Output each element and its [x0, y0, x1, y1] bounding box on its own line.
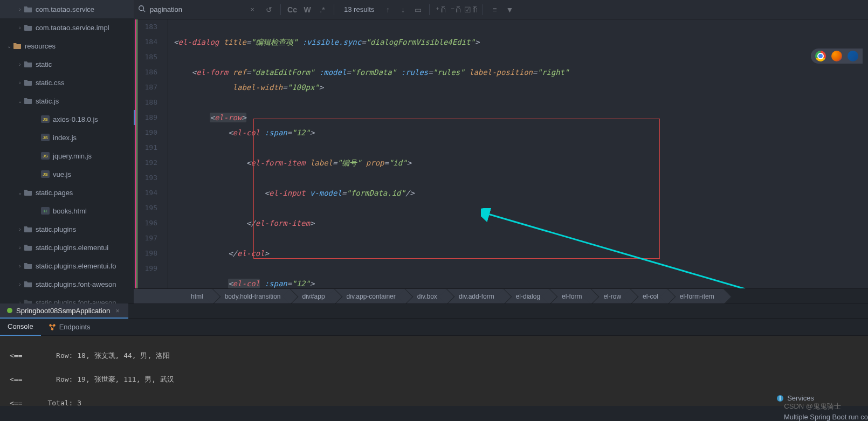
browser-icons	[811, 49, 863, 64]
folder-icon	[13, 42, 22, 50]
svg-point-0	[139, 6, 144, 11]
folder-icon	[24, 79, 32, 86]
tree-item[interactable]: ›com.taotao.service.impl	[0, 18, 134, 37]
svg-point-4	[7, 308, 12, 313]
folder-icon	[24, 299, 32, 303]
tree-item[interactable]: Hbooks.html	[0, 202, 134, 220]
close-tab-icon[interactable]: ×	[113, 307, 122, 315]
filter-icon[interactable]: ▼	[502, 3, 516, 16]
tree-item[interactable]: ›static.plugins.font-aweson	[0, 293, 134, 303]
tool-tabs: Console Endpoints	[0, 319, 868, 336]
tree-label: index.js	[53, 134, 77, 142]
words-button[interactable]: W	[300, 3, 314, 16]
prev-result-icon[interactable]: ↑	[381, 3, 395, 16]
tree-item[interactable]: JSvue.js	[0, 165, 134, 183]
edge-icon[interactable]	[848, 51, 858, 61]
clear-search-icon[interactable]: ×	[247, 5, 258, 13]
breadcrumb-item[interactable]: div.add-form	[447, 289, 504, 304]
spring-icon	[6, 307, 13, 314]
console-output[interactable]: <== Row: 18, 张文凯, 44, 男, 洛阳 <== Row: 19,…	[0, 336, 868, 406]
tree-label: static.plugins.elementui.fo	[36, 262, 116, 270]
chevron-icon: ›	[16, 245, 24, 251]
tree-label: static.pages	[36, 189, 73, 197]
tree-label: static.plugins.font-aweson	[36, 280, 116, 288]
folder-icon	[24, 244, 32, 251]
add-selection-icon[interactable]: ⁺⫚	[434, 3, 448, 16]
match-case-button[interactable]: Cc	[285, 3, 299, 16]
tree-item[interactable]: ›static.css	[0, 73, 134, 92]
tree-label: axios-0.18.0.js	[53, 115, 98, 123]
tree-item[interactable]: JSaxios-0.18.0.js	[0, 110, 134, 128]
chevron-icon: ›	[16, 226, 24, 232]
search-results-count: 13 results	[344, 5, 374, 13]
tree-label: static.plugins.elementui	[36, 244, 108, 252]
tree-label: books.html	[53, 207, 87, 215]
prev-change-icon[interactable]: ↺	[262, 3, 276, 16]
breadcrumb-item[interactable]: div.app-container	[335, 289, 405, 304]
services-tool[interactable]: i Services	[776, 394, 814, 402]
run-config-tab[interactable]: Springboot08SsmpApplication ×	[0, 303, 128, 319]
chevron-icon: ⌄	[16, 98, 24, 104]
search-icon	[134, 5, 150, 14]
settings-icon[interactable]: ≡	[487, 3, 501, 16]
tree-item[interactable]: ›static.plugins.elementui	[0, 238, 134, 257]
folder-icon	[24, 280, 32, 288]
html-file-icon: H	[41, 207, 50, 215]
window-icon[interactable]: ▭	[411, 3, 425, 16]
breadcrumb-bar: htmlbody.hold-transitiondiv#appdiv.app-c…	[134, 288, 868, 303]
tree-item[interactable]: ⌄static.js	[0, 92, 134, 110]
js-file-icon: JS	[41, 134, 50, 141]
select-all-icon[interactable]: ☑⫚	[464, 3, 478, 16]
run-tab-bar: Springboot08SsmpApplication ×	[0, 303, 868, 319]
breadcrumb-item[interactable]: html	[179, 289, 213, 304]
chevron-icon: ›	[16, 61, 24, 67]
folder-icon	[24, 225, 32, 233]
chevron-icon: ›	[16, 263, 24, 269]
folder-icon	[24, 97, 32, 105]
console-line: <== Row: 18, 张文凯, 44, 男, 洛阳	[10, 350, 858, 362]
firefox-icon[interactable]	[831, 51, 842, 61]
tree-item[interactable]: ›static.plugins.elementui.fo	[0, 257, 134, 275]
console-tab[interactable]: Console	[0, 319, 41, 336]
tree-item[interactable]: ›static.plugins	[0, 220, 134, 238]
remove-selection-icon[interactable]: ⁻⫚	[449, 3, 463, 16]
tree-item[interactable]: ›static.plugins.font-aweson	[0, 275, 134, 293]
chevron-icon: ›	[16, 281, 24, 287]
tree-label: static.css	[36, 79, 64, 87]
tree-item[interactable]: ⌄static.pages	[0, 183, 134, 202]
project-tree: ›com.taotao.service›com.taotao.service.i…	[0, 0, 134, 303]
code-area[interactable]: 1831841851861871881891901911921931941951…	[134, 19, 868, 288]
folder-icon	[24, 5, 32, 13]
folder-icon	[24, 24, 32, 31]
watermark: CSDN @鬼鬼骑士	[784, 402, 841, 411]
folder-icon	[24, 262, 32, 270]
tree-label: static	[36, 60, 52, 68]
chevron-icon: ›	[16, 6, 24, 12]
chevron-icon: ›	[16, 300, 24, 304]
status-text: Multiple Spring Boot run co	[784, 413, 868, 421]
search-bar: × ↺ Cc W .* 13 results ↑ ↓ ▭ ⁺⫚ ⁻⫚ ☑⫚ ≡ …	[134, 0, 868, 19]
console-line: <== Row: 19, 张世豪, 111, 男, 武汉	[10, 374, 858, 385]
tree-item[interactable]: ›static	[0, 55, 134, 73]
tree-label: static.js	[36, 97, 59, 105]
breadcrumb-item[interactable]: body.hold-transition	[213, 289, 291, 304]
breadcrumb-item[interactable]: el-form-item	[668, 289, 724, 304]
tree-label: com.taotao.service.impl	[36, 24, 109, 32]
run-config-name: Springboot08SsmpApplication	[16, 307, 110, 315]
chevron-icon: ›	[16, 25, 24, 31]
tree-item[interactable]: ⌄resources	[0, 37, 134, 55]
tree-label: resources	[25, 42, 56, 50]
chevron-icon: ⌄	[16, 190, 24, 196]
js-file-icon: JS	[41, 152, 50, 160]
tree-item[interactable]: JSjquery.min.js	[0, 147, 134, 165]
regex-button[interactable]: .*	[315, 3, 329, 16]
endpoints-tab[interactable]: Endpoints	[41, 319, 98, 336]
code-content[interactable]: <el-dialog title="编辑检查项" :visible.sync="…	[168, 19, 868, 288]
line-gutter: 1831841851861871881891901911921931941951…	[134, 19, 168, 288]
search-input[interactable]	[150, 5, 247, 13]
chrome-icon[interactable]	[815, 51, 826, 61]
tree-item[interactable]: ›com.taotao.service	[0, 0, 134, 18]
tree-item[interactable]: JSindex.js	[0, 128, 134, 147]
next-result-icon[interactable]: ↓	[396, 3, 410, 16]
tree-label: static.plugins	[36, 225, 76, 233]
